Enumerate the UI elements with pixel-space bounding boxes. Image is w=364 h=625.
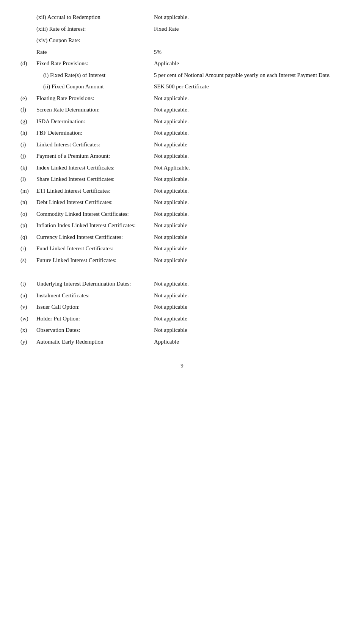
row-label: Observation Dates: (34, 324, 152, 336)
row-label: Inflation Index Linked Interest Certific… (34, 220, 152, 231)
row-label: Debt Linked Interest Certificates: (34, 196, 152, 208)
row-letter: (i) (18, 139, 34, 151)
row-label: Commodity Linked Interest Certificates: (34, 208, 152, 220)
row-label: (ii) Fixed Coupon Amount (34, 81, 152, 93)
row-label: Fund Linked Interest Certificates: (34, 243, 152, 254)
row-value: Not Applicable. (152, 162, 346, 174)
table-row: (u)Instalment Certificates:Not applicabl… (18, 290, 346, 302)
table-row: (n)Debt Linked Interest Certificates:Not… (18, 196, 346, 208)
table-row: (k)Index Linked Interest Certificates:No… (18, 162, 346, 174)
table-row: (h)FBF Determination:Not applicable. (18, 127, 346, 139)
row-value: Not applicable. (152, 208, 346, 220)
row-label: Floating Rate Provisions: (34, 93, 152, 104)
row-value: Not applicable (152, 243, 346, 254)
table-row: (w)Holder Put Option:Not applicable (18, 313, 346, 325)
row-label: (xiii) Rate of Interest: (34, 23, 152, 35)
table-row: (i) Fixed Rate(s) of Interest5 per cent … (18, 69, 346, 81)
row-value: Not applicable (152, 301, 346, 313)
row-letter: (g) (18, 116, 34, 127)
row-letter (18, 81, 34, 93)
table-row: (m)ETI Linked Interest Certificates:Not … (18, 185, 346, 197)
row-letter: (n) (18, 196, 34, 208)
row-letter: (r) (18, 243, 34, 254)
table-row: (q)Currency Linked Interest Certificates… (18, 231, 346, 243)
row-label: Instalment Certificates: (34, 290, 152, 302)
table-row: (l)Share Linked Interest Certificates:No… (18, 173, 346, 185)
row-value: Not applicable. (152, 196, 346, 208)
row-value: Not applicable (152, 231, 346, 243)
table-row: (p)Inflation Index Linked Interest Certi… (18, 220, 346, 231)
row-value (152, 35, 346, 46)
row-label: ISDA Determination: (34, 116, 152, 127)
row-letter: (h) (18, 127, 34, 139)
row-letter: (w) (18, 313, 34, 325)
secondary-table: (t)Underlying Interest Determination Dat… (18, 278, 346, 347)
row-letter: (s) (18, 254, 34, 266)
table-row: (i)Linked Interest Certificates:Not appl… (18, 139, 346, 151)
table-row: (x)Observation Dates:Not applicable (18, 324, 346, 336)
page-number: 9 (18, 363, 346, 369)
row-label: Issuer Call Option: (34, 301, 152, 313)
table-row: (ii) Fixed Coupon AmountSEK 500 per Cert… (18, 81, 346, 93)
row-value: Not applicable. (152, 104, 346, 116)
row-value: Fixed Rate (152, 23, 346, 35)
row-letter: (q) (18, 231, 34, 243)
row-letter (18, 23, 34, 35)
table-row: (d)Fixed Rate Provisions:Applicable (18, 58, 346, 69)
row-label: (i) Fixed Rate(s) of Interest (34, 69, 152, 81)
row-letter (18, 35, 34, 46)
row-value: Not applicable (152, 313, 346, 325)
row-value: Not applicable. (152, 150, 346, 162)
row-value: Not applicable (152, 324, 346, 336)
row-label: (xii) Accrual to Redemption (34, 11, 152, 23)
row-label: Currency Linked Interest Certificates: (34, 231, 152, 243)
row-label: Screen Rate Determination: (34, 104, 152, 116)
row-value: Not applicable. (152, 11, 346, 23)
table-row: Rate5% (18, 46, 346, 58)
row-letter: (e) (18, 93, 34, 104)
row-label: Payment of a Premium Amount: (34, 150, 152, 162)
row-value: Not applicable. (152, 278, 346, 290)
table-row: (xiii) Rate of Interest:Fixed Rate (18, 23, 346, 35)
row-letter: (m) (18, 185, 34, 197)
row-label: Holder Put Option: (34, 313, 152, 325)
row-label: (xiv) Coupon Rate: (34, 35, 152, 46)
row-letter: (l) (18, 173, 34, 185)
row-letter: (y) (18, 336, 34, 348)
row-value: Not applicable (152, 139, 346, 151)
row-label: Rate (34, 46, 152, 58)
row-letter: (v) (18, 301, 34, 313)
row-letter (18, 11, 34, 23)
row-letter: (t) (18, 278, 34, 290)
table-row: (g)ISDA Determination:Not applicable. (18, 116, 346, 127)
row-value: SEK 500 per Certificate (152, 81, 346, 93)
row-label: ETI Linked Interest Certificates: (34, 185, 152, 197)
row-letter: (x) (18, 324, 34, 336)
row-label: Future Linked Interest Certificates: (34, 254, 152, 266)
table-row: (j)Payment of a Premium Amount:Not appli… (18, 150, 346, 162)
table-row: (v)Issuer Call Option:Not applicable (18, 301, 346, 313)
row-letter: (f) (18, 104, 34, 116)
table-row: (f)Screen Rate Determination:Not applica… (18, 104, 346, 116)
table-row: (xii) Accrual to RedemptionNot applicabl… (18, 11, 346, 23)
row-letter (18, 46, 34, 58)
row-value: Not applicable. (152, 116, 346, 127)
table-row: (y)Automatic Early RedemptionApplicable (18, 336, 346, 348)
table-row: (t)Underlying Interest Determination Dat… (18, 278, 346, 290)
row-value: Not applicable. (152, 93, 346, 104)
row-value: Not applicable. (152, 173, 346, 185)
main-table: (xii) Accrual to RedemptionNot applicabl… (18, 11, 346, 266)
table-row: (e)Floating Rate Provisions:Not applicab… (18, 93, 346, 104)
row-label: Share Linked Interest Certificates: (34, 173, 152, 185)
row-label: Underlying Interest Determination Dates: (34, 278, 152, 290)
row-letter: (p) (18, 220, 34, 231)
row-value: Not applicable. (152, 127, 346, 139)
table-row: (s)Future Linked Interest Certificates:N… (18, 254, 346, 266)
row-label: FBF Determination: (34, 127, 152, 139)
table-row: (xiv) Coupon Rate: (18, 35, 346, 46)
row-label: Linked Interest Certificates: (34, 139, 152, 151)
row-label: Fixed Rate Provisions: (34, 58, 152, 69)
row-value: Not applicable. (152, 290, 346, 302)
row-value: Applicable (152, 58, 346, 69)
row-value: Not applicable (152, 254, 346, 266)
